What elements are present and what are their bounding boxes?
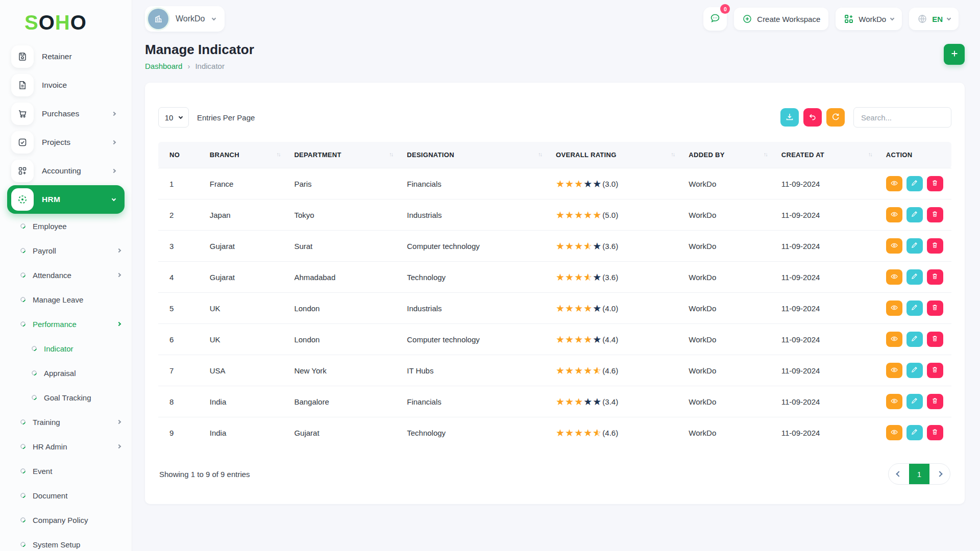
view-button[interactable]: [886, 394, 902, 409]
view-button[interactable]: [886, 425, 902, 440]
workspace-selector[interactable]: WorkDo: [145, 6, 225, 32]
pencil-icon: [911, 179, 918, 188]
delete-button[interactable]: [927, 176, 943, 191]
view-button[interactable]: [886, 176, 902, 191]
breadcrumb: Dashboard › Indicator: [145, 62, 254, 70]
search-input[interactable]: [853, 107, 951, 128]
add-indicator-button[interactable]: [944, 44, 965, 65]
sidebar-item-training[interactable]: Training: [7, 410, 125, 434]
edit-button[interactable]: [906, 207, 923, 222]
sidebar-item-goal-tracking[interactable]: Goal Tracking: [7, 385, 125, 410]
view-button[interactable]: [886, 332, 902, 347]
breadcrumb-separator: ›: [187, 62, 190, 70]
chevron-down-icon: [179, 114, 183, 118]
sidebar-item-purchases[interactable]: Purchases: [7, 99, 125, 128]
delete-button[interactable]: [927, 207, 943, 222]
entries-per-page-select[interactable]: 10: [158, 107, 189, 128]
branch-cell: USA: [203, 355, 287, 386]
sidebar-item-label: Manage Leave: [33, 295, 83, 304]
logo-letter: H: [55, 11, 70, 34]
app-menu-button[interactable]: WorkDo: [836, 8, 902, 30]
designation-cell: Industrials: [400, 293, 549, 324]
full-star-icon: ★: [565, 397, 574, 407]
delete-button[interactable]: [927, 332, 943, 347]
eye-icon: [890, 241, 898, 251]
delete-button[interactable]: [927, 363, 943, 378]
column-header-action: ACTION: [879, 142, 951, 168]
sidebar-item-manage-leave[interactable]: Manage Leave: [7, 287, 125, 312]
delete-button[interactable]: [927, 425, 943, 440]
chevron-down-icon: [890, 16, 894, 20]
sidebar-item-document[interactable]: Document: [7, 483, 125, 508]
sidebar-item-attendance[interactable]: Attendance: [7, 263, 125, 287]
undo-button[interactable]: [803, 108, 822, 127]
full-star-icon: ★: [574, 366, 583, 375]
messages-button[interactable]: 0: [703, 7, 727, 31]
sort-icon[interactable]: ↑↓: [389, 151, 393, 157]
eye-icon: [890, 210, 898, 220]
sidebar-item-appraisal[interactable]: Appraisal: [7, 361, 125, 385]
export-button[interactable]: [780, 108, 799, 127]
sidebar-item-payroll[interactable]: Payroll: [7, 238, 125, 263]
half-star-fill: ★: [583, 241, 589, 251]
pencil-icon: [911, 366, 918, 375]
rating-value: (4.6): [602, 429, 618, 437]
edit-button[interactable]: [906, 394, 923, 409]
sort-icon[interactable]: ↑↓: [276, 151, 280, 157]
delete-button[interactable]: [927, 394, 943, 409]
created-at-cell: 11-09-2024: [774, 168, 879, 199]
sort-icon[interactable]: ↑↓: [538, 151, 542, 157]
refresh-button[interactable]: [826, 108, 845, 127]
edit-button[interactable]: [906, 300, 923, 316]
sidebar-item-hrm[interactable]: HRM: [7, 185, 125, 214]
chevron-right-icon: [117, 322, 121, 326]
column-header-added-by: ADDED BY↑↓: [681, 142, 774, 168]
view-button[interactable]: [886, 300, 902, 316]
sidebar-item-retainer[interactable]: Retainer: [7, 42, 125, 71]
sidebar-item-event[interactable]: Event: [7, 459, 125, 483]
app-logo[interactable]: SOHO: [7, 7, 125, 42]
sidebar-item-accounting[interactable]: Accounting: [7, 157, 125, 185]
action-cell: [879, 168, 951, 199]
sidebar-item-projects[interactable]: Projects: [7, 128, 125, 157]
edit-button[interactable]: [906, 425, 923, 440]
breadcrumb-dashboard-link[interactable]: Dashboard: [145, 62, 182, 70]
sidebar-item-employee[interactable]: Employee: [7, 214, 125, 238]
edit-button[interactable]: [906, 363, 923, 378]
next-page-button[interactable]: [929, 464, 950, 484]
sort-icon[interactable]: ↑↓: [671, 151, 674, 157]
added-by-cell: WorkDo: [681, 386, 774, 417]
language-selector[interactable]: EN: [909, 8, 959, 30]
create-workspace-button[interactable]: Create Workspace: [734, 8, 828, 30]
sidebar-item-label: System Setup: [33, 540, 80, 549]
edit-button[interactable]: [906, 332, 923, 347]
edit-button[interactable]: [906, 176, 923, 191]
delete-button[interactable]: [927, 238, 943, 254]
prev-page-button[interactable]: [889, 464, 909, 484]
delete-button[interactable]: [927, 269, 943, 285]
edit-button[interactable]: [906, 269, 923, 285]
column-header-label: DEPARTMENT: [294, 151, 341, 159]
view-button[interactable]: [886, 207, 902, 222]
sort-icon[interactable]: ↑↓: [764, 151, 767, 157]
rating-value: (4.0): [602, 304, 618, 313]
page-number-1[interactable]: 1: [909, 464, 929, 484]
sidebar-item-indicator[interactable]: Indicator: [7, 336, 125, 361]
half-star-icon: ☆★: [593, 428, 602, 438]
view-button[interactable]: [886, 269, 902, 285]
sort-icon[interactable]: ↑↓: [868, 151, 872, 157]
branch-cell: Gujarat: [203, 262, 287, 293]
full-star-icon: ★: [583, 304, 593, 313]
sidebar-item-hr-admin[interactable]: HR Admin: [7, 434, 125, 459]
full-star-icon: ★: [556, 179, 565, 189]
sidebar-item-company-policy[interactable]: Company Policy: [7, 508, 125, 532]
full-star-icon: ★: [565, 335, 574, 344]
view-button[interactable]: [886, 238, 902, 254]
sidebar-item-invoice[interactable]: Invoice: [7, 71, 125, 99]
view-button[interactable]: [886, 363, 902, 378]
delete-button[interactable]: [927, 300, 943, 316]
sidebar-item-performance[interactable]: Performance: [7, 312, 125, 336]
sidebar-item-system-setup[interactable]: System Setup: [7, 532, 125, 551]
bullet-icon: [19, 492, 27, 499]
edit-button[interactable]: [906, 238, 923, 254]
